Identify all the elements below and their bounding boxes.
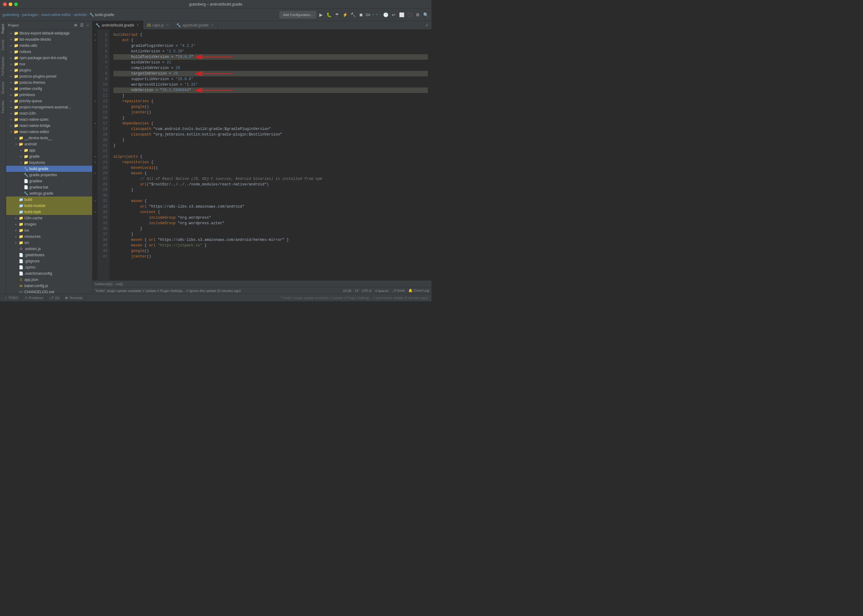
sidebar-item-npm-package-json-lint-config[interactable]: ▸📁npm-package-json-lint-config [6, 55, 92, 61]
bottom-tab-terminal[interactable]: ▶ Terminal [63, 294, 86, 302]
sidebar-item--npmrc[interactable]: 📄.npmrc [6, 264, 92, 270]
todo-label: TODO [8, 296, 18, 300]
bottombar: ✓ TODO ⚠ Problems ⎇ Git ▶ Terminal *"Kot… [0, 294, 432, 301]
rollback-button[interactable]: ↩ [390, 11, 397, 18]
sidebar-item-prettier-config[interactable]: ▸📁prettier-config [6, 86, 92, 92]
sidebar-item-gradle[interactable]: ▸📁gradle [6, 153, 92, 160]
sidebar-layout-icon[interactable]: ☰ [79, 23, 84, 28]
sidebar-item-media-utils[interactable]: ▸📁media-utils [6, 42, 92, 49]
code-line-31: maven { [113, 198, 428, 204]
kotlin-notice[interactable]: "Kotlin" plugin update available // Upda… [95, 289, 241, 292]
sidebar-item-react-native-editor[interactable]: ▾📂react-native-editor [6, 129, 92, 135]
sidebar-item-babel-config-js[interactable]: JSbabel.config.js [6, 283, 92, 289]
sidebar-item-src[interactable]: ▸📁src [6, 240, 92, 246]
sidebar-item--watchmanconfig[interactable]: 📄.watchmanconfig [6, 270, 92, 277]
stop-button[interactable]: ⏹ [357, 11, 364, 18]
tab-caps-js[interactable]: JS caps.js ✕ [143, 21, 173, 29]
bottom-right: *"Kotlin" plugin update available // Upd… [281, 296, 430, 300]
tab-close-caps-js[interactable]: ✕ [165, 23, 170, 27]
git-check2[interactable]: ✓ [376, 13, 378, 17]
vcs-history-button[interactable]: 🕐 [382, 11, 389, 18]
window-title: gutenberg – android/build.gradle [189, 2, 243, 6]
toolbar: gutenberg › packages › react-native-edit… [0, 9, 432, 21]
git-tab-label: Git [55, 296, 59, 300]
left-tab-commit[interactable]: Commit [0, 37, 6, 53]
sidebar-item--gitignore[interactable]: 📄.gitignore [6, 258, 92, 264]
sidebar-item-build-module[interactable]: 📁build-module [6, 203, 92, 209]
code-line-9: supportLibVersion = '28.0.0' [113, 76, 428, 82]
sidebar-item-app[interactable]: ▸📁app [6, 147, 92, 153]
profile-button[interactable]: ⚡ [342, 11, 348, 18]
sidebar-item-nux[interactable]: ▸📁nux [6, 61, 92, 67]
settings-button[interactable]: ⚙ [414, 11, 421, 18]
left-tab-project[interactable]: Project [0, 21, 6, 37]
sidebar-tree: ▸📁library-export-default-webpage▸📁list-r… [6, 30, 92, 294]
maximize-button[interactable] [14, 2, 18, 6]
sidebar-item-i18n-cache[interactable]: ▸📁i18n-cache [6, 215, 92, 221]
code-line-1: buildscript { [113, 32, 428, 38]
tab-build-gradle[interactable]: 🔧 android/build.gradle ✕ [93, 21, 143, 29]
sidebar-item-priority-queue[interactable]: ▸📁priority-queue [6, 98, 92, 104]
sidebar-item---device-tests--[interactable]: ▸📁__device-tests__ [6, 135, 92, 141]
git-check1[interactable]: ✓ [372, 13, 375, 17]
bottom-tab-problems[interactable]: ⚠ Problems [22, 294, 47, 302]
sidebar-item-library-export-default-webpage[interactable]: ▸📁library-export-default-webpage [6, 30, 92, 36]
sidebar-item-postcss-themes[interactable]: ▸📁postcss-themes [6, 79, 92, 86]
left-tab-structure[interactable]: Structure [0, 79, 6, 97]
sidebar-item-primitives[interactable]: ▸📁primitives [6, 92, 92, 98]
sidebar-item-plugins[interactable]: ▸📁plugins [6, 67, 92, 73]
status-vcs[interactable]: ⎇ trunk [392, 289, 405, 292]
left-tab-pull[interactable]: Pull Requests [0, 53, 6, 79]
layout-button[interactable]: ⬜ [398, 11, 405, 18]
debug-button[interactable]: 🐛 [326, 11, 332, 18]
left-tab-favorites[interactable]: Favorites [0, 97, 6, 116]
sidebar-item-project-management-automat---[interactable]: ▸📁project-management-automat... [6, 104, 92, 110]
build-button[interactable]: 🔨 [350, 11, 356, 18]
run-button[interactable]: ▶ [318, 11, 324, 18]
sidebar-item-gradlew[interactable]: 📄gradlew [6, 178, 92, 184]
sidebar-item--eslintrc-js[interactable]: ⚙.eslintrc.js [6, 246, 92, 252]
tab-close-build-gradle[interactable]: ✕ [135, 23, 140, 27]
git-push[interactable]: ↑ [380, 13, 381, 17]
breadcrumb-item-gutenberg[interactable]: gutenberg [2, 13, 19, 17]
sidebar-item-list-reusable-blocks[interactable]: ▸📁list-reusable-blocks [6, 36, 92, 42]
sidebar-collapse-icon[interactable]: – [85, 23, 90, 28]
breadcrumb-item-packages[interactable]: packages [22, 13, 38, 17]
code-content[interactable]: buildscript { ext { gradlePluginVersion … [110, 30, 432, 280]
minimize-button[interactable] [9, 2, 12, 6]
sidebar-item--gitattributes[interactable]: 📄.gitattributes [6, 252, 92, 258]
search-button[interactable]: 🔍 [422, 11, 429, 18]
sidebar-item-build-style[interactable]: 📁build-style [6, 209, 92, 215]
sidebar-item-keystores[interactable]: ▸📁keystores [6, 160, 92, 166]
sidebar-item-app-json[interactable]: {}app.json [6, 277, 92, 283]
breadcrumb-item-file: 🔧 [90, 13, 94, 17]
sidebar-item-changelog-md[interactable]: MDCHANGELOG.md [6, 289, 92, 294]
sidebar-item-images[interactable]: ▸📁images [6, 221, 92, 227]
sidebar-item-android[interactable]: ▾📂android [6, 141, 92, 147]
bottom-tab-git[interactable]: ⎇ Git [47, 294, 63, 302]
add-configuration-button[interactable]: Add Configuration... [280, 11, 316, 19]
status-indent[interactable]: 4 spaces [375, 289, 389, 292]
sidebar-item-build-gradle[interactable]: 🔧build.gradle [6, 166, 92, 172]
sidebar-item-resources[interactable]: ▸📁resources [6, 233, 92, 240]
sidebar-item-gradlew-bat[interactable]: 📄gradlew.bat [6, 184, 92, 190]
breadcrumb-item-rne[interactable]: react-native-editor [41, 13, 71, 17]
sidebar-item-ios[interactable]: ▸📁ios [6, 227, 92, 233]
tab-close-app-gradle[interactable]: ✕ [210, 23, 214, 27]
bottom-tab-todo[interactable]: ✓ TODO [1, 294, 22, 302]
sidebar-item-notices[interactable]: ▸📁notices [6, 49, 92, 55]
sidebar-item-react-i18n[interactable]: ▸📁react-i18n [6, 110, 92, 116]
coverage-button[interactable]: ☂ [334, 11, 340, 18]
sidebar-item-build[interactable]: 📁build [6, 196, 92, 203]
sidebar-item-postcss-plugins-preset[interactable]: ▸📁postcss-plugins-preset [6, 73, 92, 79]
sidebar-item-react-native-bridge[interactable]: ▸📁react-native-bridge [6, 123, 92, 129]
event-log[interactable]: 🔔 Event Log [408, 289, 429, 292]
tab-app-gradle[interactable]: 🔧 app/build.gradle ✕ [173, 21, 218, 29]
close-button[interactable] [3, 2, 7, 6]
sidebar-item-settings-gradle[interactable]: 🔧settings.gradle [6, 190, 92, 196]
sidebar-settings-icon[interactable]: ⚙ [73, 23, 78, 28]
split-button[interactable]: ⬛ [406, 11, 413, 18]
sidebar-item-react-native-aztec[interactable]: ▸📁react-native-aztec [6, 116, 92, 123]
sidebar-item-gradle-properties[interactable]: 🔧gradle.properties [6, 172, 92, 178]
breadcrumb-item-android[interactable]: android [74, 13, 86, 17]
